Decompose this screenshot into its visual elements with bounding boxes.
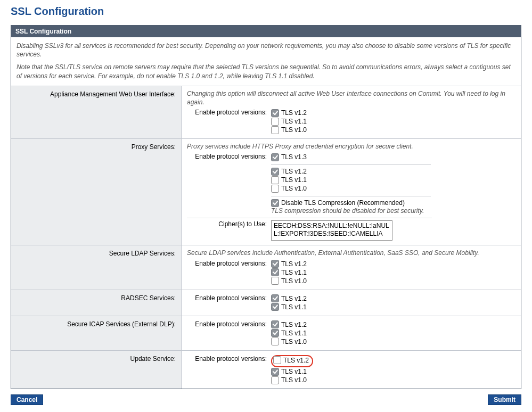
checkbox-icon xyxy=(271,303,279,311)
checkbox-icon xyxy=(271,185,279,193)
service-label: Secure LDAP Services: xyxy=(11,245,182,289)
ssl-config-panel: SSL Configuration Disabling SSLv3 for al… xyxy=(11,25,521,389)
checkbox-tls10[interactable]: TLS v1.0 xyxy=(271,126,307,134)
service-description: Proxy services include HTTPS Proxy and c… xyxy=(187,142,515,151)
checkbox-disable-tls-compression[interactable]: Disable TLS Compression (Recommended) xyxy=(271,199,431,207)
panel-notes: Disabling SSLv3 for all services is reco… xyxy=(11,37,521,86)
service-description: Secure LDAP services include Authenticat… xyxy=(187,249,515,257)
checkbox-tls10[interactable]: TLS v1.0 xyxy=(271,337,307,346)
enable-protocol-label: Enable protocol versions: xyxy=(187,153,267,160)
checkbox-label: TLS v1.2 xyxy=(283,356,309,365)
service-description: Changing this option will disconnect all… xyxy=(187,89,515,106)
checkbox-tls11[interactable]: TLS v1.1 xyxy=(271,176,431,184)
note-paragraph: Disabling SSLv3 for all services is reco… xyxy=(17,42,515,59)
cancel-button[interactable]: Cancel xyxy=(11,394,43,405)
checkbox-tls11[interactable]: TLS v1.1 xyxy=(271,268,307,277)
checkbox-label: TLS v1.0 xyxy=(281,337,307,346)
checkbox-label: TLS v1.1 xyxy=(281,176,307,184)
service-row-update: Update Service: Enable protocol versions… xyxy=(11,351,521,389)
separator xyxy=(187,218,432,218)
enable-protocol-label: Enable protocol versions: xyxy=(187,355,267,362)
compression-note: TLS compression should be disabled for b… xyxy=(271,207,431,215)
panel-header: SSL Configuration xyxy=(11,26,521,37)
checkbox-icon xyxy=(271,337,279,345)
checkbox-tls12[interactable]: TLS v1.2 xyxy=(271,167,431,176)
checkbox-icon xyxy=(271,126,279,134)
checkbox-icon xyxy=(271,168,279,176)
checkbox-label: TLS v1.2 xyxy=(281,320,307,329)
note-paragraph: Note that the SSL/TLS service on remote … xyxy=(17,63,515,80)
checkbox-label: TLS v1.1 xyxy=(281,117,307,126)
checkbox-icon xyxy=(271,176,279,184)
enable-protocol-label: Enable protocol versions: xyxy=(187,260,267,267)
service-label: Appliance Management Web User Interface: xyxy=(11,86,182,138)
checkbox-tls10[interactable]: TLS v1.0 xyxy=(271,184,431,193)
checkbox-label: TLS v1.3 xyxy=(281,153,307,161)
checkbox-tls11[interactable]: TLS v1.1 xyxy=(271,367,313,376)
checkbox-tls12[interactable]: TLS v1.2 xyxy=(273,356,309,365)
cipher-input[interactable] xyxy=(271,220,392,241)
service-row-icap: Secure ICAP Services (External DLP): Ena… xyxy=(11,316,521,351)
checkbox-label: Disable TLS Compression (Recommended) xyxy=(281,199,405,207)
page-title: SSL Configuration xyxy=(11,5,521,18)
enable-protocol-label: Enable protocol versions: xyxy=(187,320,267,328)
checkbox-label: TLS v1.0 xyxy=(281,376,307,384)
checkbox-label: TLS v1.2 xyxy=(281,167,307,176)
checkbox-tls11[interactable]: TLS v1.1 xyxy=(271,117,307,126)
checkbox-icon xyxy=(271,320,279,328)
service-row-ldap: Secure LDAP Services: Secure LDAP servic… xyxy=(11,245,521,290)
checkbox-icon xyxy=(271,376,279,384)
checkbox-label: TLS v1.2 xyxy=(281,294,307,303)
checkbox-label: TLS v1.1 xyxy=(281,303,307,311)
checkbox-icon xyxy=(271,199,279,207)
checkbox-tls10[interactable]: TLS v1.0 xyxy=(271,376,313,384)
service-row-radsec: RADSEC Services: Enable protocol version… xyxy=(11,290,521,316)
checkbox-label: TLS v1.2 xyxy=(281,260,307,268)
enable-protocol-label: Enable protocol versions: xyxy=(187,294,267,302)
checkbox-icon xyxy=(271,368,279,376)
checkbox-tls12[interactable]: TLS v1.2 xyxy=(271,260,307,268)
highlighted-option: TLS v1.2 xyxy=(271,355,313,368)
button-bar: Cancel Submit xyxy=(11,394,521,405)
checkbox-tls12[interactable]: TLS v1.2 xyxy=(271,320,307,329)
checkbox-tls11[interactable]: TLS v1.1 xyxy=(271,303,307,311)
checkbox-label: TLS v1.0 xyxy=(281,277,307,285)
service-row-proxy: Proxy Services: Proxy services include H… xyxy=(11,139,521,245)
separator xyxy=(271,164,431,165)
checkbox-icon xyxy=(271,329,279,337)
service-label: Update Service: xyxy=(11,351,182,389)
checkbox-icon xyxy=(271,277,279,285)
checkbox-tls12[interactable]: TLS v1.2 xyxy=(271,294,307,303)
service-row-appliance: Appliance Management Web User Interface:… xyxy=(11,86,521,139)
service-label: RADSEC Services: xyxy=(11,290,182,316)
submit-button[interactable]: Submit xyxy=(488,394,521,405)
checkbox-icon xyxy=(271,294,279,302)
checkbox-tls10[interactable]: TLS v1.0 xyxy=(271,277,307,285)
checkbox-icon xyxy=(271,118,279,126)
checkbox-icon xyxy=(273,356,281,364)
checkbox-tls11[interactable]: TLS v1.1 xyxy=(271,329,307,337)
checkbox-icon xyxy=(271,109,279,117)
service-label: Proxy Services: xyxy=(11,139,182,245)
checkbox-tls13[interactable]: TLS v1.3 xyxy=(271,153,431,161)
checkbox-icon xyxy=(271,268,279,276)
checkbox-tls12[interactable]: TLS v1.2 xyxy=(271,109,307,117)
checkbox-label: TLS v1.0 xyxy=(281,126,307,134)
separator xyxy=(271,196,431,196)
checkbox-label: TLS v1.2 xyxy=(281,109,307,117)
checkbox-label: TLS v1.0 xyxy=(281,184,307,193)
ciphers-label: Cipher(s) to Use: xyxy=(187,220,267,228)
checkbox-label: TLS v1.1 xyxy=(281,329,307,337)
checkbox-label: TLS v1.1 xyxy=(281,367,307,376)
service-label: Secure ICAP Services (External DLP): xyxy=(11,316,182,350)
enable-protocol-label: Enable protocol versions: xyxy=(187,109,267,116)
checkbox-label: TLS v1.1 xyxy=(281,268,307,277)
checkbox-icon xyxy=(271,153,279,161)
checkbox-icon xyxy=(271,260,279,268)
